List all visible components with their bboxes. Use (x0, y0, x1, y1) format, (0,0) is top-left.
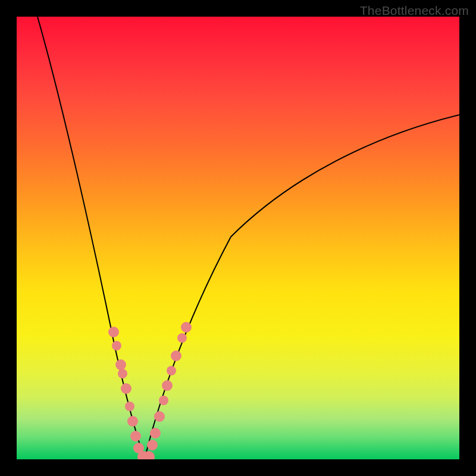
data-point (147, 440, 158, 450)
data-point (115, 359, 126, 370)
data-point (177, 333, 187, 343)
data-point (167, 366, 176, 375)
chart-svg (17, 17, 459, 459)
data-point (162, 380, 173, 391)
data-point (159, 396, 168, 405)
data-point (118, 369, 127, 378)
data-point (150, 428, 161, 439)
data-point (127, 416, 138, 427)
data-point (125, 402, 134, 411)
data-point (121, 383, 131, 394)
data-point (181, 322, 192, 333)
data-point (130, 431, 141, 441)
watermark-text: TheBottleneck.com (360, 4, 469, 18)
right-curve (145, 115, 459, 459)
data-point (112, 341, 121, 350)
data-point (108, 327, 119, 337)
data-point (154, 411, 165, 422)
frame: TheBottleneck.com (0, 0, 476, 476)
data-point (171, 350, 181, 361)
